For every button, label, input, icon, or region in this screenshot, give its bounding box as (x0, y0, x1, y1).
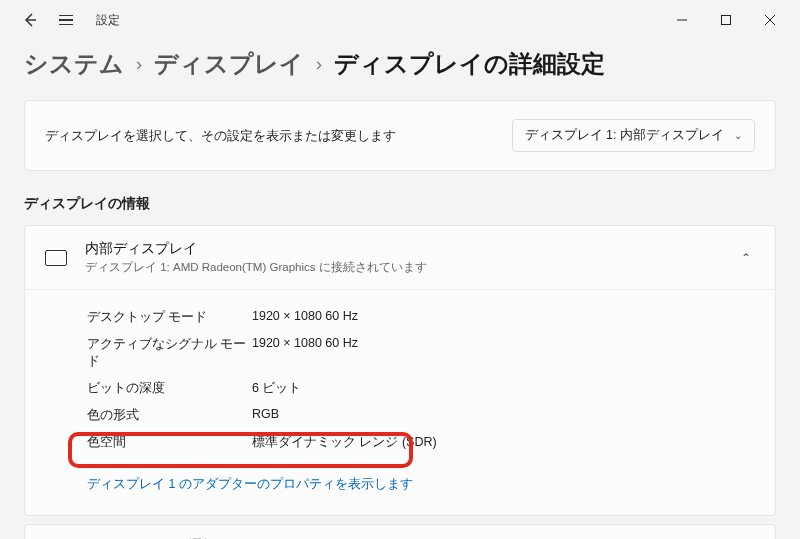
chevron-right-icon: › (316, 54, 322, 75)
title-bar: 設定 (0, 0, 800, 40)
prop-bit-depth: ビットの深度6 ビット (87, 375, 755, 402)
prop-active-signal: アクティブなシグナル モード1920 × 1080 60 Hz (87, 331, 755, 375)
hamburger-icon (59, 15, 73, 26)
expander-header[interactable]: 内部ディスプレイ ディスプレイ 1: AMD Radeon(TM) Graphi… (25, 226, 775, 289)
expander-body: デスクトップ モード1920 × 1080 60 Hz アクティブなシグナル モ… (25, 289, 775, 515)
display-select-dropdown[interactable]: ディスプレイ 1: 内部ディスプレイ ⌄ (512, 119, 755, 152)
dropdown-value: ディスプレイ 1: 内部ディスプレイ (525, 127, 724, 144)
prop-color-space: 色空間標準ダイナミック レンジ (SDR) (87, 429, 755, 456)
prop-desktop-mode: デスクトップ モード1920 × 1080 60 Hz (87, 304, 755, 331)
back-button[interactable] (18, 8, 42, 32)
breadcrumb-display[interactable]: ディスプレイ (154, 48, 304, 80)
close-button[interactable] (748, 5, 792, 35)
refresh-rate-card: リフレッシュ レートの選択 レートが高いほど動きは滑らかになりますが、消費電力も… (24, 524, 776, 539)
breadcrumb-system[interactable]: システム (24, 48, 124, 80)
adapter-properties-link[interactable]: ディスプレイ 1 のアダプターのプロパティを表示します (87, 477, 413, 491)
expander-subtitle: ディスプレイ 1: AMD Radeon(TM) Graphics に接続されて… (85, 260, 723, 275)
display-select-text: ディスプレイを選択して、その設定を表示または変更します (45, 127, 396, 145)
expander-title: 内部ディスプレイ (85, 240, 723, 258)
menu-button[interactable] (54, 8, 78, 32)
display-select-card: ディスプレイを選択して、その設定を表示または変更します ディスプレイ 1: 内部… (24, 100, 776, 171)
maximize-button[interactable] (704, 5, 748, 35)
chevron-up-icon: ⌃ (741, 251, 755, 265)
monitor-icon (45, 250, 67, 266)
minimize-button[interactable] (660, 5, 704, 35)
chevron-down-icon: ⌄ (734, 130, 742, 141)
svg-rect-1 (722, 16, 731, 25)
page-title: ディスプレイの詳細設定 (334, 48, 605, 80)
chevron-right-icon: › (136, 54, 142, 75)
app-title: 設定 (96, 12, 120, 29)
breadcrumb: システム › ディスプレイ › ディスプレイの詳細設定 (24, 48, 776, 80)
display-info-heading: ディスプレイの情報 (24, 195, 776, 213)
display-info-expander: 内部ディスプレイ ディスプレイ 1: AMD Radeon(TM) Graphi… (24, 225, 776, 516)
prop-color-format: 色の形式RGB (87, 402, 755, 429)
